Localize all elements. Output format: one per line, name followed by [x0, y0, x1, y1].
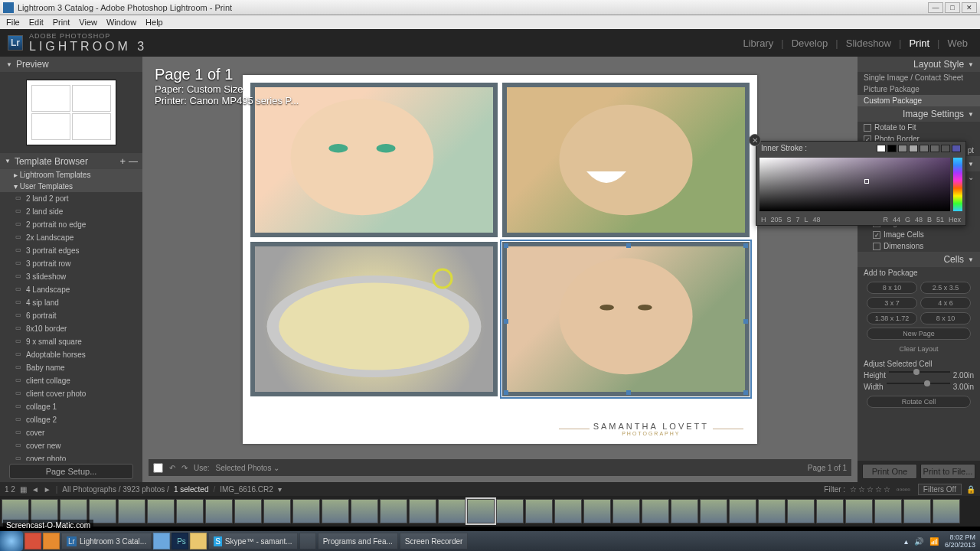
thumbnail[interactable] [176, 499, 204, 523]
width-slider[interactable] [887, 383, 950, 384]
monitor-icons[interactable]: 1 2 [5, 485, 15, 494]
template-item[interactable]: 3 portrait row [0, 257, 142, 270]
template-item[interactable]: Adoptable horses [0, 348, 142, 361]
thumbnail[interactable] [671, 499, 698, 523]
rotate-cell-button[interactable]: Rotate Cell [867, 396, 971, 408]
template-item[interactable]: collage 1 [0, 400, 142, 413]
page-setup-button[interactable]: Page Setup... [9, 464, 133, 479]
template-item[interactable]: client collage [0, 374, 142, 387]
template-item[interactable]: 9 x small square [0, 335, 142, 348]
user-templates-folder[interactable]: ▾ User Templates [0, 181, 142, 192]
template-item[interactable]: collage 2 [0, 413, 142, 426]
template-item[interactable]: cover [0, 426, 142, 439]
filmstrip[interactable] [0, 496, 980, 527]
module-slideshow[interactable]: Slideshow [841, 37, 896, 49]
package-size-button[interactable]: 2.5 x 3.5 [920, 282, 971, 294]
thumbnail[interactable] [147, 499, 175, 523]
thumbnail[interactable] [496, 499, 524, 523]
thumbnail[interactable] [292, 499, 320, 523]
use-dropdown[interactable]: Selected Photos ⌄ [216, 464, 280, 472]
hue-slider[interactable] [953, 158, 962, 211]
menu-print[interactable]: Print [50, 18, 74, 27]
image-settings-header[interactable]: Image Settings▼ [858, 106, 980, 122]
new-page-button[interactable]: New Page [867, 328, 971, 340]
thumbnail[interactable] [758, 499, 786, 523]
layout-style-picture-package[interactable]: Picture Package [858, 83, 980, 95]
taskbar-photoshop[interactable]: Ps [172, 533, 188, 549]
layout-style-header[interactable]: Layout Style▼ [858, 57, 980, 72]
thumbnail[interactable] [583, 499, 611, 523]
template-item[interactable]: Baby name [0, 361, 142, 374]
module-develop[interactable]: Develop [787, 37, 833, 49]
taskbar-mail[interactable] [299, 533, 316, 549]
system-tray[interactable]: ▴ 🔊 📶 8:02 PM 6/20/2013 [904, 533, 980, 549]
template-item[interactable]: 2 land 2 port [0, 192, 142, 205]
color-gradient-field[interactable] [760, 158, 950, 211]
thumbnail[interactable] [409, 499, 436, 523]
metadata-icon[interactable]: ▾ [278, 485, 282, 494]
next-photo-icon[interactable]: ► [44, 485, 51, 494]
filters-off-button[interactable]: Filters Off [918, 484, 962, 495]
color-picker-popup[interactable]: ✕ Inner Stroke : H205 S7 L48 R44 G48 B51… [756, 141, 966, 226]
add-template-icon[interactable]: + [119, 155, 126, 167]
thumbnail[interactable] [322, 499, 349, 523]
template-item[interactable]: 8x10 border [0, 322, 142, 335]
tray-icon[interactable]: 🔊 [914, 537, 923, 546]
package-size-button[interactable]: 3 x 7 [867, 297, 917, 309]
menu-file[interactable]: File [3, 18, 23, 27]
thumbnail[interactable] [816, 499, 844, 523]
module-print[interactable]: Print [904, 37, 934, 49]
photo-cell-selected[interactable] [502, 242, 750, 396]
package-size-button[interactable]: 8 x 10 [920, 312, 971, 324]
taskbar-chrome[interactable] [24, 533, 41, 549]
source-path[interactable]: All Photographs / 3923 photos / [62, 485, 169, 494]
thumbnail[interactable] [234, 499, 262, 523]
template-item[interactable]: 6 portrait [0, 309, 142, 322]
thumbnail[interactable] [874, 499, 902, 523]
redo-icon[interactable]: ↷ [181, 464, 188, 472]
taskbar-programs[interactable]: Programs and Fea... [318, 533, 398, 549]
package-size-button[interactable]: 1.38 x 1.72 [867, 312, 917, 324]
template-item[interactable]: client cover photo [0, 387, 142, 400]
taskbar-wmp[interactable] [43, 533, 60, 549]
thumbnail[interactable] [525, 499, 553, 523]
thumbnail[interactable] [612, 499, 640, 523]
start-button[interactable] [0, 531, 23, 551]
thumbnail[interactable] [933, 499, 960, 523]
photo-cell[interactable] [502, 83, 750, 237]
close-button[interactable]: ✕ [962, 2, 977, 13]
package-size-button[interactable]: 8 x 10 [867, 282, 917, 294]
thumbnail[interactable] [554, 499, 582, 523]
layout-style-custom-package[interactable]: Custom Package [858, 95, 980, 106]
print-page[interactable]: SAMANTHA LOVETT PHOTOGRAPHY [243, 75, 757, 444]
thumbnail[interactable] [263, 499, 291, 523]
package-size-button[interactable]: 4 x 6 [920, 297, 971, 309]
tray-icon[interactable]: 📶 [929, 537, 939, 546]
template-item[interactable]: 3 slideshow [0, 270, 142, 283]
menu-edit[interactable]: Edit [26, 18, 47, 27]
thumbnail[interactable] [903, 499, 931, 523]
print-one-button[interactable]: Print One [862, 464, 917, 479]
thumbnail[interactable] [380, 499, 407, 523]
maximize-button[interactable]: □ [945, 2, 960, 13]
thumbnail[interactable] [642, 499, 669, 523]
cells-header[interactable]: Cells▼ [858, 252, 980, 267]
tray-expand-icon[interactable]: ▴ [904, 537, 908, 546]
template-item[interactable]: cover photo [0, 452, 142, 461]
template-item[interactable]: cover new [0, 439, 142, 452]
template-item[interactable]: 3 portrait edges [0, 244, 142, 257]
preview-panel-header[interactable]: ▼Preview [0, 57, 142, 72]
module-library[interactable]: Library [738, 37, 778, 49]
template-item[interactable]: 4 Landscape [0, 283, 142, 296]
menu-help[interactable]: Help [142, 18, 166, 27]
taskbar-explorer[interactable] [190, 533, 207, 549]
template-item[interactable]: 2x Landscape [0, 231, 142, 244]
thumbnail[interactable] [787, 499, 815, 523]
rating-filter[interactable]: ☆☆☆☆☆ [850, 485, 892, 494]
taskbar-wordpad[interactable] [153, 533, 170, 549]
template-item[interactable]: 2 portrait no edge [0, 218, 142, 231]
filter-lock-icon[interactable]: 🔒 [966, 485, 975, 494]
clear-layout-button[interactable]: Clear Layout [867, 343, 971, 355]
thumbnail[interactable] [845, 499, 873, 523]
layout-style-single[interactable]: Single Image / Contact Sheet [858, 72, 980, 83]
